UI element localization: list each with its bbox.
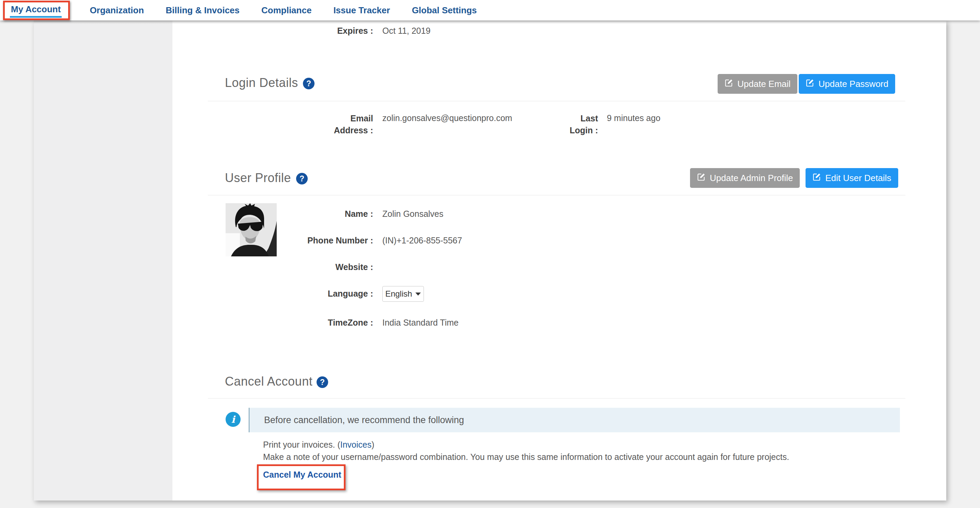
edit-icon [697, 172, 706, 184]
tab-organization-label: Organization [90, 5, 144, 15]
screen: My Account Organization Billing & Invoic… [0, 0, 980, 508]
content-panel: Expires : Oct 11, 2019 Login Details ? U… [34, 21, 946, 500]
info-icon: i [226, 412, 240, 427]
sidebar-strip [34, 21, 172, 500]
cancel-account-title: Cancel Account [225, 374, 312, 389]
tab-organization[interactable]: Organization [88, 5, 146, 16]
edit-icon [724, 78, 733, 90]
name-label: Name : [272, 209, 373, 219]
user-profile-help-icon[interactable]: ? [296, 173, 308, 185]
last-login-label: Last Login : [567, 113, 598, 136]
update-admin-profile-label: Update Admin Profile [710, 173, 793, 183]
tab-billing-invoices-label: Billing & Invoices [165, 5, 240, 15]
divider [208, 398, 905, 398]
username-password-note: Make a note of your username/password co… [263, 452, 789, 462]
tab-issue-tracker[interactable]: Issue Tracker [331, 5, 392, 16]
update-password-label: Update Password [818, 79, 888, 89]
print-invoices-text-suffix: ) [371, 440, 374, 449]
user-profile-title: User Profile [225, 171, 291, 185]
cancel-my-account-link[interactable]: Cancel My Account [263, 470, 341, 480]
tab-issue-tracker-label: Issue Tracker [333, 5, 390, 15]
update-password-button[interactable]: Update Password [799, 74, 895, 94]
login-details-title: Login Details [225, 76, 298, 90]
tab-my-account[interactable]: My Account [3, 1, 70, 20]
cancellation-info-banner: Before cancellation, we recommend the fo… [249, 408, 900, 432]
update-email-button[interactable]: Update Email [718, 74, 797, 94]
phone-number-value: (IN)+1-206-855-5567 [382, 236, 462, 245]
profile-photo [226, 203, 277, 256]
tab-compliance[interactable]: Compliance [259, 5, 313, 16]
website-label: Website : [272, 262, 373, 272]
language-label: Language : [272, 289, 373, 299]
print-invoices-text: Print your invoices. ( [263, 440, 340, 449]
invoices-link[interactable]: Invoices [340, 440, 371, 449]
tab-global-settings[interactable]: Global Settings [410, 5, 479, 16]
top-navbar: My Account Organization Billing & Invoic… [0, 0, 980, 21]
timezone-label: TimeZone : [272, 318, 373, 328]
expires-label: Expires : [272, 26, 373, 36]
last-login-value: 9 minutes ago [607, 113, 660, 123]
divider [208, 195, 905, 195]
login-details-help-icon[interactable]: ? [303, 78, 315, 89]
expires-value: Oct 11, 2019 [382, 26, 430, 36]
cancel-account-help-icon[interactable]: ? [317, 376, 328, 388]
name-value: Zolin Gonsalves [382, 209, 443, 219]
timezone-value: India Standard Time [382, 318, 459, 328]
edit-icon [812, 172, 821, 184]
tab-billing-invoices[interactable]: Billing & Invoices [164, 5, 242, 16]
divider [208, 101, 905, 101]
tab-global-settings-label: Global Settings [412, 5, 477, 15]
tab-my-account-label: My Account [11, 4, 60, 15]
edit-icon [805, 78, 815, 90]
phone-number-label: Phone Number : [272, 236, 373, 245]
chevron-down-icon [415, 293, 421, 296]
edit-user-details-button[interactable]: Edit User Details [805, 168, 898, 188]
cancellation-banner-text: Before cancellation, we recommend the fo… [264, 415, 464, 425]
tab-compliance-label: Compliance [261, 5, 312, 15]
update-admin-profile-button[interactable]: Update Admin Profile [690, 168, 800, 188]
email-address-label: Email Address : [327, 113, 373, 136]
language-select-value: English [385, 289, 412, 299]
email-address-value: zolin.gonsalves@questionpro.com [382, 113, 512, 123]
print-invoices-line: Print your invoices. (Invoices) [263, 440, 374, 450]
language-select[interactable]: English [382, 286, 424, 302]
edit-user-details-label: Edit User Details [825, 173, 891, 183]
update-email-label: Update Email [737, 79, 791, 89]
